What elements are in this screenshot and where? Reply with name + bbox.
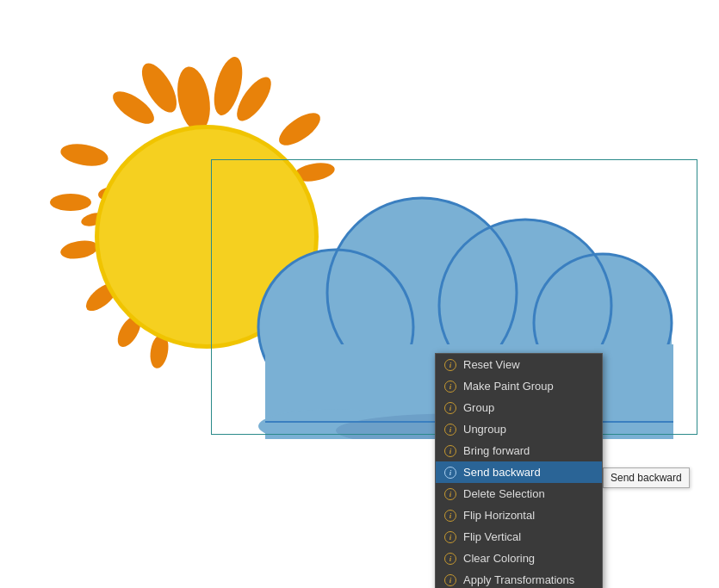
menu-item-apply-transformations[interactable]: iApply Transformations <box>436 569 602 588</box>
menu-label-ungroup: Ungroup <box>463 423 506 436</box>
menu-item-flip-horizontal[interactable]: iFlip Horizontal <box>436 504 602 526</box>
info-icon-clear-coloring: i <box>444 553 456 565</box>
menu-label-bring-forward: Bring forward <box>463 444 530 457</box>
menu-label-delete-selection: Delete Selection <box>463 487 545 500</box>
menu-label-reset-view: Reset View <box>463 358 520 371</box>
tooltip-text: Send backward <box>611 472 682 484</box>
menu-item-clear-coloring[interactable]: iClear Coloring <box>436 548 602 569</box>
info-icon-group: i <box>444 402 456 414</box>
svg-point-9 <box>59 238 100 261</box>
svg-point-8 <box>50 194 91 211</box>
menu-label-flip-horizontal: Flip Horizontal <box>463 509 535 522</box>
menu-item-flip-vertical[interactable]: iFlip Vertical <box>436 526 602 548</box>
tooltip: Send backward <box>603 467 690 488</box>
info-icon-ungroup: i <box>444 424 456 436</box>
info-icon-delete-selection: i <box>444 488 456 500</box>
svg-point-0 <box>173 64 215 133</box>
info-icon-send-backward: i <box>444 467 456 479</box>
menu-item-bring-forward[interactable]: iBring forward <box>436 440 602 461</box>
menu-item-delete-selection[interactable]: iDelete Selection <box>436 483 602 504</box>
info-icon-bring-forward: i <box>444 445 456 457</box>
menu-label-group: Group <box>463 401 494 414</box>
menu-label-flip-vertical: Flip Vertical <box>463 530 521 543</box>
menu-label-send-backward: Send backward <box>463 466 541 479</box>
menu-label-clear-coloring: Clear Coloring <box>463 552 535 565</box>
info-icon-flip-vertical: i <box>444 531 456 543</box>
menu-item-send-backward[interactable]: iSend backward <box>436 461 602 483</box>
context-menu: iReset ViewiMake Paint GroupiGroupiUngro… <box>435 353 603 588</box>
menu-label-make-paint-group: Make Paint Group <box>463 380 554 393</box>
menu-label-apply-transformations: Apply Transformations <box>463 573 574 586</box>
menu-item-group[interactable]: iGroup <box>436 397 602 418</box>
info-icon-make-paint-group: i <box>444 381 456 393</box>
info-icon-apply-transformations: i <box>444 574 456 586</box>
canvas: iReset ViewiMake Paint GroupiGroupiUngro… <box>0 0 719 588</box>
menu-item-make-paint-group[interactable]: iMake Paint Group <box>436 375 602 397</box>
svg-point-7 <box>59 140 109 169</box>
info-icon-flip-horizontal: i <box>444 510 456 522</box>
menu-item-ungroup[interactable]: iUngroup <box>436 418 602 440</box>
svg-point-5 <box>274 107 325 152</box>
info-icon-reset-view: i <box>444 359 456 371</box>
menu-item-reset-view[interactable]: iReset View <box>436 354 602 375</box>
